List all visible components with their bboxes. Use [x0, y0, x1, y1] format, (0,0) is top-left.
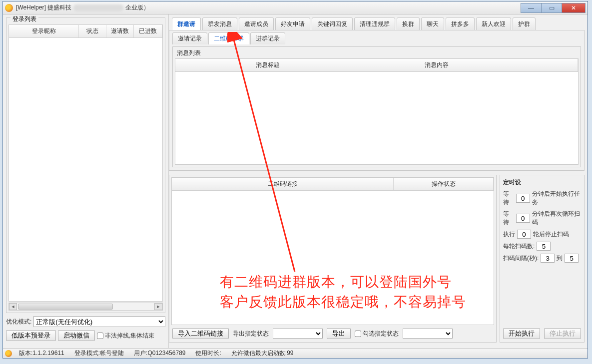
app-title: [WeHelper] 捷盛科技: [16, 3, 71, 12]
low-version-login-button[interactable]: 低版本预登录: [6, 330, 56, 341]
mode-label: 优化模式:: [6, 318, 31, 326]
import-qr-button[interactable]: 导入二维码链接: [172, 328, 229, 339]
perround-pre: 每轮扫码数:: [503, 242, 535, 251]
scroll-thumb[interactable]: [18, 304, 113, 310]
perround-input[interactable]: [537, 242, 551, 251]
wait1-input[interactable]: [516, 194, 530, 203]
main-tab-10[interactable]: 护群: [513, 17, 536, 30]
main-tab-9[interactable]: 新人欢迎: [476, 17, 511, 30]
main-tab-5[interactable]: 清理违规群: [354, 17, 395, 30]
scroll-left-arrow[interactable]: ◄: [9, 303, 17, 310]
close-button[interactable]: ✕: [562, 3, 586, 13]
sub-tab-1[interactable]: 二维码加群: [208, 32, 249, 44]
main-tab-3[interactable]: 好友申请: [275, 17, 310, 30]
left-panel: 登录列表 登录昵称 状态 邀请数 已进数 ◄ ► 优化模式: [3, 14, 169, 348]
status-icon: [5, 350, 12, 357]
offline-checkbox[interactable]: 非法掉线,集体结束: [97, 332, 154, 340]
interval-pre: 扫码间隔(秒):: [503, 254, 539, 263]
export-button[interactable]: 导出: [327, 328, 351, 339]
right-panel: 群邀请群发消息邀请成员好友申请关键词回复清理违规群换群聊天拼多多新人欢迎护群 邀…: [169, 14, 588, 348]
check-status-input[interactable]: [355, 331, 361, 337]
interval-from-input[interactable]: [541, 254, 555, 263]
wait2-post: 分钟后再次循环扫码: [532, 210, 581, 227]
msg-col-title[interactable]: 消息标题: [240, 59, 295, 71]
main-tab-4[interactable]: 关键词回复: [312, 17, 353, 30]
login-list-label: 登录列表: [10, 15, 38, 23]
offline-checkbox-label: 非法掉线,集体结束: [105, 332, 154, 340]
app-icon: [5, 4, 13, 12]
qr-col-link[interactable]: 二维码链接: [172, 178, 394, 190]
login-table: 登录昵称 状态 邀请数 已进数: [8, 24, 163, 302]
check-status-select[interactable]: [403, 329, 453, 339]
main-tab-8[interactable]: 拼多多: [446, 17, 475, 30]
statusbar: 版本:1.1.2.19611 登录模式:帐号登陆 用户:Q0123456789 …: [3, 348, 588, 358]
exec-post: 轮后停止扫码: [533, 230, 569, 239]
status-user: 用户:Q0123456789: [129, 349, 190, 358]
start-execute-button[interactable]: 开始执行: [503, 328, 540, 339]
sub-tab-2[interactable]: 进群记录: [250, 32, 285, 44]
main-tab-1[interactable]: 群发消息: [202, 17, 237, 30]
main-tab-0[interactable]: 群邀请: [172, 17, 201, 30]
col-nickname[interactable]: 登录昵称: [9, 25, 79, 37]
main-tab-2[interactable]: 邀请成员: [239, 17, 274, 30]
interval-to-input[interactable]: [565, 254, 579, 263]
main-tab-6[interactable]: 换群: [397, 17, 420, 30]
edition-text: 企业版）: [125, 3, 149, 12]
timer-title: 定时设: [503, 178, 581, 187]
qr-col-status[interactable]: 操作状态: [394, 178, 494, 190]
status-login-mode: 登录模式:帐号登陆: [69, 349, 129, 358]
export-status-label: 导出指定状态: [233, 330, 269, 338]
msg-col-content[interactable]: 消息内容: [295, 59, 578, 71]
wait1-post: 分钟后开始执行任务: [532, 190, 581, 207]
msg-list-label: 消息列表: [175, 48, 579, 58]
status-max-start: 允许微信最大启动数:99: [226, 349, 299, 358]
qr-links-panel: 二维码链接 操作状态 导入二维码链接 导出指定状态 导出 勾选指定状态: [169, 175, 497, 343]
sub-tabs: 邀请记录二维码加群进群记录: [172, 32, 581, 44]
check-status-checkbox[interactable]: 勾选指定状态: [355, 330, 399, 338]
wait2-input[interactable]: [516, 214, 530, 223]
wait1-pre: 等待: [503, 190, 514, 207]
status-version: 版本:1.1.2.19611: [14, 349, 69, 358]
main-tabs: 群邀请群发消息邀请成员好友申请关键词回复清理违规群换群聊天拼多多新人欢迎护群: [169, 17, 585, 30]
minimize-button[interactable]: —: [521, 3, 542, 13]
message-table: 消息标题 消息内容: [175, 58, 579, 165]
maximize-button[interactable]: ▭: [541, 3, 562, 13]
exec-input[interactable]: [517, 230, 531, 239]
export-status-select[interactable]: [273, 329, 323, 339]
start-wechat-button[interactable]: 启动微信: [58, 330, 95, 341]
msg-col-blank[interactable]: [175, 59, 240, 71]
main-tab-7[interactable]: 聊天: [421, 17, 444, 30]
scroll-right-arrow[interactable]: ►: [154, 303, 162, 310]
col-invite[interactable]: 邀请数: [106, 25, 134, 37]
mode-select[interactable]: 正常版(无任何优化): [33, 316, 165, 327]
exec-pre: 执行: [503, 230, 515, 239]
titlebar: [WeHelper] 捷盛科技 企业版） — ▭ ✕: [3, 1, 588, 14]
login-table-body: [9, 38, 162, 301]
sub-tab-0[interactable]: 邀请记录: [172, 32, 207, 44]
wait2-pre: 等待: [503, 210, 514, 227]
col-joined[interactable]: 已进数: [134, 25, 162, 37]
title-blur: [73, 4, 123, 11]
interval-to-lbl: 到: [557, 254, 563, 263]
offline-checkbox-input[interactable]: [97, 333, 103, 339]
stop-execute-button[interactable]: 停止执行: [544, 328, 581, 339]
timer-panel: 定时设 等待 分钟后开始执行任务 等待 分钟后再次循环扫码 执行 轮: [500, 175, 585, 343]
login-table-header: 登录昵称 状态 邀请数 已进数: [9, 25, 162, 38]
check-status-label: 勾选指定状态: [363, 330, 399, 338]
status-use-time: 使用时长:: [190, 349, 226, 358]
col-status[interactable]: 状态: [79, 25, 106, 37]
login-hscroll[interactable]: ◄ ►: [8, 303, 163, 311]
